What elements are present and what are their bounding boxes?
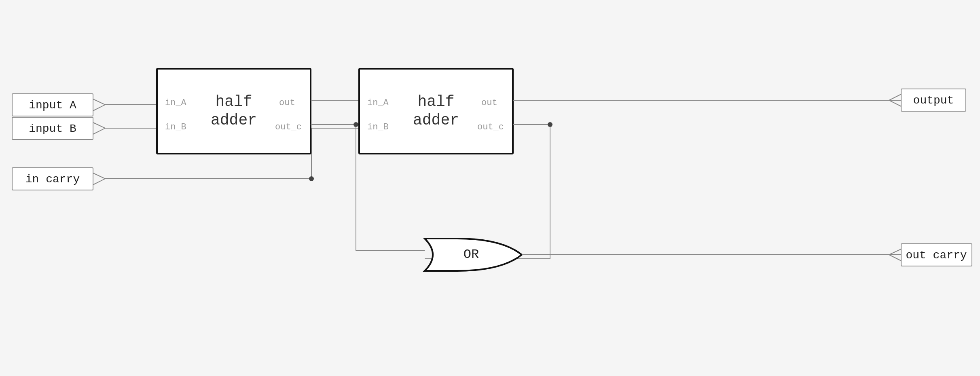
input-b-label: input B xyxy=(29,123,76,135)
half-adder-1-label: half xyxy=(215,93,252,110)
half-adder-2-label: half xyxy=(417,93,454,110)
input-a-label: input A xyxy=(29,99,76,112)
svg-text:out: out xyxy=(279,98,295,108)
svg-text:in_A: in_A xyxy=(367,98,389,108)
svg-text:in_A: in_A xyxy=(165,98,187,108)
half-adder-2-label2: adder xyxy=(413,112,459,129)
in-carry-label: in carry xyxy=(25,173,80,186)
svg-text:out_c: out_c xyxy=(477,122,504,132)
svg-text:out: out xyxy=(481,98,497,108)
svg-point-25 xyxy=(548,122,552,127)
half-adder-2-box xyxy=(359,69,513,154)
svg-text:in_B: in_B xyxy=(165,122,186,132)
svg-rect-0 xyxy=(0,0,980,376)
half-adder-1-label2: adder xyxy=(211,112,257,129)
svg-text:out_c: out_c xyxy=(275,122,302,132)
output-label: output xyxy=(913,94,954,107)
or-gate-label: OR xyxy=(464,247,479,262)
svg-text:in_B: in_B xyxy=(367,122,389,132)
out-carry-label: out carry xyxy=(906,249,967,262)
svg-point-23 xyxy=(309,176,314,181)
half-adder-1-box xyxy=(157,69,311,154)
svg-point-24 xyxy=(353,122,358,127)
